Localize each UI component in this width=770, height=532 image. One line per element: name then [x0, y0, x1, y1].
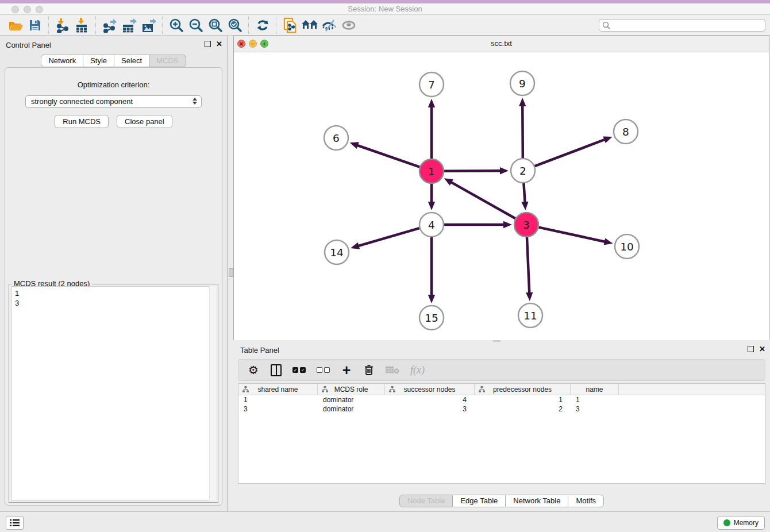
edge-2-9[interactable] [522, 105, 523, 158]
table-row[interactable]: 1dominator411 [238, 395, 765, 404]
first-neighbors-button[interactable] [300, 17, 319, 34]
hide-display-button[interactable] [319, 17, 339, 34]
graph-node-7[interactable]: 7 [419, 72, 444, 97]
edge-arrowhead [428, 202, 435, 210]
memory-button[interactable]: Memory [717, 516, 765, 530]
graph-node-14[interactable]: 14 [325, 240, 349, 264]
graph-node-2[interactable]: 2 [511, 159, 535, 183]
cell-shared-name[interactable]: 3 [238, 404, 318, 414]
edge-arrowhead [350, 142, 359, 149]
splitter-grip[interactable] [229, 268, 233, 277]
zoom-out-button[interactable] [186, 17, 206, 34]
open-session-button[interactable] [6, 17, 25, 34]
column-header-shared-name[interactable]: shared name [238, 384, 318, 395]
tab-mcds[interactable]: MCDS [149, 55, 186, 67]
edge-3-10[interactable] [538, 228, 605, 242]
table-body[interactable]: 1dominator4113dominator323 [238, 395, 765, 414]
node-label: 2 [519, 165, 526, 177]
graph-node-15[interactable]: 15 [419, 306, 444, 330]
cell-successor-nodes[interactable]: 4 [385, 395, 475, 404]
optimization-criterion-dropdown[interactable]: strongly connected component [25, 95, 202, 108]
node-label: 1 [428, 165, 435, 178]
close-panel-icon[interactable]: ✕ [216, 41, 222, 47]
column-header-name[interactable]: name [571, 384, 619, 395]
edge-arrowhead [519, 98, 526, 106]
show-column-panel-icon[interactable] [270, 363, 282, 377]
cell-name[interactable]: 3 [571, 404, 619, 414]
node-label: 4 [428, 219, 435, 231]
export-image-button[interactable] [139, 17, 159, 34]
vertical-splitter[interactable] [228, 36, 233, 511]
run-mcds-button[interactable]: Run MCDS [55, 115, 109, 128]
refresh-button[interactable] [253, 17, 272, 34]
float-panel-icon[interactable] [748, 346, 754, 352]
graph-node-4[interactable]: 4 [419, 213, 444, 237]
column-header-predecessor-nodes[interactable]: predecessor nodes [475, 384, 571, 395]
graph-node-9[interactable]: 9 [510, 71, 534, 95]
graph-node-10[interactable]: 10 [615, 234, 639, 259]
tab-select[interactable]: Select [114, 55, 149, 67]
edge-arrowhead [526, 292, 533, 301]
tab-network-table[interactable]: Network Table [505, 495, 568, 507]
edge-2-8[interactable] [535, 139, 606, 166]
edge-1-6[interactable] [357, 145, 419, 167]
column-header-MCDS-role[interactable]: MCDS role [318, 384, 385, 395]
cell-name[interactable]: 1 [571, 395, 619, 404]
float-panel-icon[interactable] [205, 41, 211, 47]
export-table-button[interactable] [120, 17, 139, 34]
search-input[interactable] [599, 19, 765, 32]
cell-MCDS-role[interactable]: dominator [318, 404, 385, 414]
network-canvas[interactable]: 7968124314101511 [234, 52, 769, 340]
graph-node-11[interactable]: 11 [518, 303, 542, 327]
tab-edge-table[interactable]: Edge Table [452, 495, 506, 507]
edge-3-1[interactable] [451, 182, 515, 219]
graph-node-8[interactable]: 8 [614, 119, 638, 144]
cell-predecessor-nodes[interactable]: 1 [475, 395, 571, 404]
close-panel-icon[interactable]: ✕ [759, 346, 765, 352]
edge-2-3[interactable] [523, 183, 525, 203]
memory-label: Memory [734, 519, 759, 527]
mcds-result-text[interactable]: 13 [11, 286, 216, 500]
tab-network[interactable]: Network [41, 55, 83, 67]
titlebar: Session: New Session [0, 3, 770, 15]
cell-predecessor-nodes[interactable]: 2 [475, 404, 571, 414]
edge-1-2[interactable] [444, 171, 501, 171]
tab-style[interactable]: Style [83, 55, 114, 67]
function-builder-icon-disabled[interactable]: f(x) [410, 363, 425, 377]
delete-column-icon[interactable] [363, 363, 375, 377]
search-icon [602, 21, 610, 29]
tab-motifs[interactable]: Motifs [568, 495, 604, 507]
zoom-fit-content-button[interactable] [206, 17, 225, 34]
cell-MCDS-role[interactable]: dominator [318, 395, 385, 404]
clone-network-button[interactable] [280, 17, 300, 34]
zoom-in-button[interactable] [167, 17, 186, 34]
result-scrollbar[interactable] [209, 286, 216, 500]
save-session-button[interactable] [25, 17, 45, 34]
table-row[interactable]: 3dominator323 [238, 404, 765, 414]
cell-successor-nodes[interactable]: 3 [385, 404, 475, 414]
table-header-row[interactable]: shared nameMCDS rolesuccessor nodesprede… [238, 384, 765, 395]
edge-3-11[interactable] [527, 237, 529, 294]
export-network-button[interactable] [100, 17, 120, 34]
eye-slash-icon [321, 18, 337, 33]
task-history-button[interactable] [6, 516, 24, 530]
unselect-all-columns-icon[interactable] [317, 363, 330, 377]
graph-node-6[interactable]: 6 [324, 126, 348, 150]
zoom-selected-button[interactable] [225, 17, 245, 34]
delete-table-icon-disabled[interactable] [386, 363, 399, 377]
graph-node-1[interactable]: 1 [419, 159, 444, 183]
graph-node-3[interactable]: 3 [514, 213, 538, 237]
select-all-columns-icon[interactable]: ✓✓ [292, 363, 306, 377]
show-display-button-disabled[interactable] [339, 17, 359, 34]
import-network-button[interactable] [53, 17, 72, 34]
close-panel-button[interactable]: Close panel [117, 115, 172, 128]
edge-4-14[interactable] [357, 228, 419, 246]
network-graph[interactable]: 7968124314101511 [234, 52, 769, 340]
tab-node-table[interactable]: Node Table [399, 495, 453, 507]
column-header-successor-nodes[interactable]: successor nodes [385, 384, 475, 395]
add-column-icon[interactable]: + [341, 363, 352, 377]
cell-shared-name[interactable]: 1 [238, 395, 318, 404]
node-table[interactable]: shared nameMCDS rolesuccessor nodesprede… [238, 383, 765, 484]
table-options-gear-icon[interactable]: ⚙ [248, 363, 259, 377]
import-table-button[interactable] [72, 17, 92, 34]
